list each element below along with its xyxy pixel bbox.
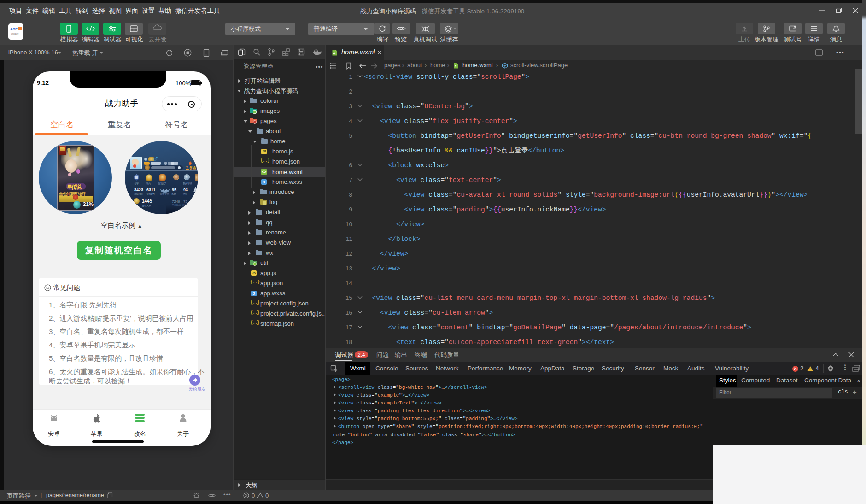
svg-text:asp300: asp300 xyxy=(11,32,19,35)
svg-text:ASP: ASP xyxy=(10,27,18,31)
